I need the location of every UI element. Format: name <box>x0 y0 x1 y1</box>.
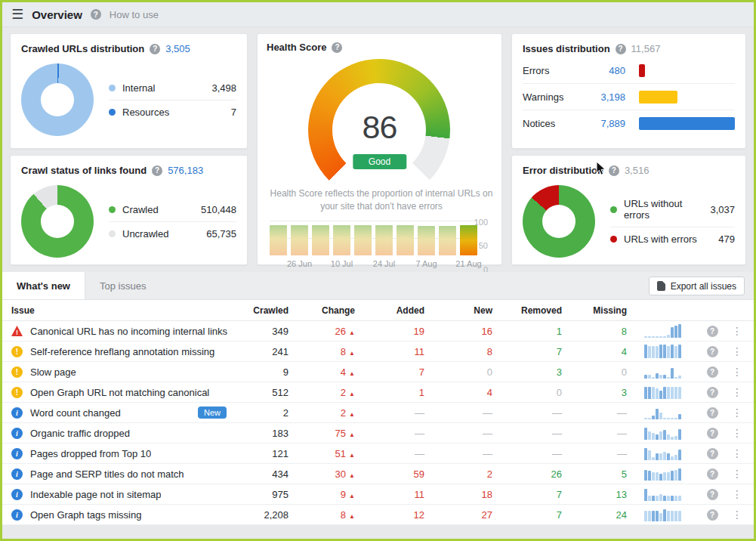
trend-cell <box>627 467 695 481</box>
card-header: Error distribution ? 3,516 <box>523 165 735 176</box>
legend-label: URLs with errors <box>624 233 711 245</box>
history-bar[interactable] <box>270 225 287 255</box>
issue-name-link[interactable]: Canonical URL has no incoming internal l… <box>30 326 227 337</box>
export-all-issues-button[interactable]: Export all issues <box>649 277 745 295</box>
issue-type-count-link[interactable]: 3,198 <box>592 91 639 103</box>
kebab-menu-icon[interactable]: ⋮ <box>732 509 742 521</box>
sparkline-bar <box>656 388 659 399</box>
issue-cell: iOpen Graph tags missing <box>11 509 239 521</box>
issue-help-icon[interactable]: ? <box>707 448 718 459</box>
how-to-use-link[interactable]: How to use <box>110 9 159 20</box>
issue-name-link[interactable]: Open Graph URL not matching canonical <box>30 387 209 398</box>
help-icon[interactable]: ? <box>152 165 162 176</box>
issue-help-icon[interactable]: ? <box>707 407 718 419</box>
column-header-change[interactable]: Change <box>289 305 355 316</box>
sparkline-bar <box>671 456 674 460</box>
issues-distribution-card: Issues distribution ? 11,567 Errors480Wa… <box>511 33 746 149</box>
sparkline-bar <box>648 346 651 358</box>
history-bar[interactable] <box>333 225 350 255</box>
issue-name-link[interactable]: Pages dropped from Top 10 <box>30 448 151 459</box>
issue-help-icon[interactable]: ? <box>707 346 718 357</box>
legend-label: URLs without errors <box>624 198 703 221</box>
sparkline-bar <box>674 387 677 399</box>
history-bar[interactable] <box>312 225 329 255</box>
kebab-menu-icon[interactable]: ⋮ <box>732 488 742 500</box>
history-bar[interactable] <box>291 225 308 255</box>
kebab-menu-icon[interactable]: ⋮ <box>732 468 742 480</box>
removed-cell: 26 <box>492 468 562 480</box>
new-cell: 27 <box>424 509 492 521</box>
sparkline-bar <box>671 345 674 358</box>
column-header-crawled[interactable]: Crawled <box>239 305 289 316</box>
legend-item: Crawled510,448 <box>109 198 236 222</box>
kebab-menu-icon[interactable]: ⋮ <box>732 427 742 439</box>
sparkline-bar <box>648 511 651 521</box>
sparkline-bar <box>663 387 666 399</box>
issue-name-link[interactable]: Word count changed <box>30 407 121 419</box>
help-icon[interactable]: ? <box>91 9 101 20</box>
issue-name-link[interactable]: Slow page <box>30 366 76 378</box>
issue-help-icon[interactable]: ? <box>707 489 718 500</box>
hamburger-menu-icon[interactable]: ☰ <box>11 8 23 21</box>
issue-name-link[interactable]: Page and SERP titles do not match <box>30 468 184 480</box>
column-header-issue[interactable]: Issue <box>11 305 239 316</box>
issue-name-link[interactable]: Indexable page not in sitemap <box>30 489 161 500</box>
kebab-menu-icon[interactable]: ⋮ <box>732 407 742 419</box>
issue-help-icon[interactable]: ? <box>707 366 718 378</box>
sparkline-bar <box>648 418 651 419</box>
legend-label: Crawled <box>122 204 194 215</box>
sparkline-bar <box>674 496 677 501</box>
tab-top-issues[interactable]: Top issues <box>85 272 160 299</box>
added-cell: 11 <box>355 346 424 357</box>
trend-sparkline <box>644 385 692 399</box>
help-icon[interactable]: ? <box>150 44 160 54</box>
issue-help-icon[interactable]: ? <box>707 428 718 439</box>
sparkline-bar <box>652 472 655 481</box>
card-title: Crawl status of links found <box>21 165 147 176</box>
issue-type-count-link[interactable]: 7,889 <box>592 118 639 129</box>
issue-help-icon[interactable]: ? <box>707 326 718 337</box>
bar <box>639 64 645 77</box>
kebab-menu-icon[interactable]: ⋮ <box>732 325 742 337</box>
help-icon[interactable]: ? <box>332 42 342 53</box>
column-header-removed[interactable]: Removed <box>492 305 562 316</box>
change-up-arrow-icon: ▲ <box>349 370 355 377</box>
kebab-menu-icon[interactable]: ⋮ <box>732 345 742 357</box>
issue-name-link[interactable]: Organic traffic dropped <box>30 428 130 439</box>
issue-help-icon[interactable]: ? <box>707 509 718 521</box>
help-cell: ? <box>695 448 730 459</box>
tab-whats-new[interactable]: What's new <box>2 272 85 299</box>
column-header-new[interactable]: New <box>424 305 492 316</box>
crawl-status-card: Crawl status of links found ? 576,183 Cr… <box>10 155 248 265</box>
column-header-missing[interactable]: Missing <box>562 305 627 316</box>
issue-help-icon[interactable]: ? <box>707 387 718 398</box>
issue-type-count-link[interactable]: 480 <box>592 65 639 76</box>
sparkline-bar <box>674 326 677 338</box>
sparkline-bar <box>644 375 647 379</box>
issue-cell: !Slow page <box>11 366 239 378</box>
issue-name-link[interactable]: Self-reference hreflang annotation missi… <box>30 346 214 357</box>
issue-name-link[interactable]: Open Graph tags missing <box>30 509 141 521</box>
history-bar[interactable] <box>460 225 477 255</box>
history-bar[interactable] <box>418 226 435 255</box>
kebab-menu-icon[interactable]: ⋮ <box>732 447 742 459</box>
issue-help-icon[interactable]: ? <box>707 468 718 480</box>
help-icon[interactable]: ? <box>609 165 619 176</box>
history-bar[interactable] <box>354 225 372 255</box>
legend-label: Internal <box>122 82 205 94</box>
crawl-status-total-link[interactable]: 576,183 <box>168 165 203 176</box>
trend-cell <box>627 487 695 501</box>
sparkline-bar <box>659 474 662 481</box>
kebab-menu-icon[interactable]: ⋮ <box>732 366 742 378</box>
history-bar[interactable] <box>397 225 414 255</box>
sparkline-bar <box>667 496 670 501</box>
crawled-urls-total-link[interactable]: 3,505 <box>165 43 190 54</box>
crawled-cell: 349 <box>239 326 289 337</box>
crawled-cell: 241 <box>239 346 289 357</box>
history-bar[interactable] <box>439 226 456 255</box>
kebab-menu-icon[interactable]: ⋮ <box>732 386 742 398</box>
warning-severity-icon: ! <box>11 387 23 398</box>
history-bar[interactable] <box>375 225 393 255</box>
column-header-added[interactable]: Added <box>355 305 424 316</box>
help-icon[interactable]: ? <box>616 44 626 54</box>
